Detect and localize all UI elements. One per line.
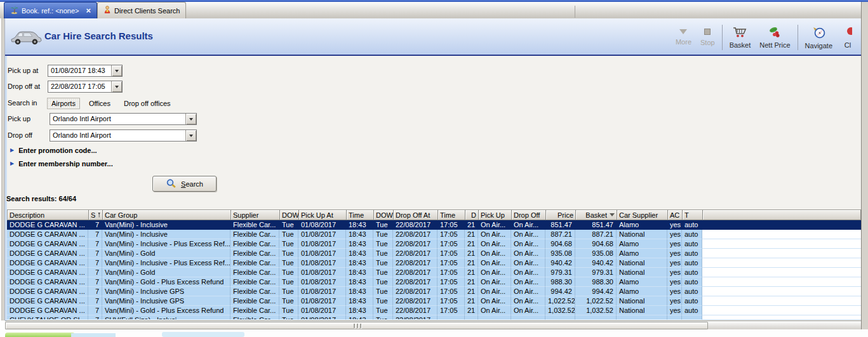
table-cell: 01/08/2017 xyxy=(298,249,346,258)
dropdown-arrow-icon[interactable] xyxy=(111,81,122,92)
column-header[interactable]: AC xyxy=(668,210,683,220)
table-cell: 18:43 xyxy=(346,220,373,230)
scrollbar-thumb[interactable] xyxy=(5,322,708,329)
column-header[interactable]: Car Supplier xyxy=(617,210,668,220)
table-row[interactable]: DODGE G CARAVAN ...7Van(Mini) - GoldFlex… xyxy=(7,249,861,258)
table-cell: auto xyxy=(682,249,702,258)
dropdown-arrow-icon[interactable] xyxy=(185,114,196,124)
search-in-dropoff-offices[interactable]: Drop off offices xyxy=(120,98,175,109)
table-row[interactable]: DODGE G CARAVAN ...7Van(Mini) - Gold - P… xyxy=(7,277,861,287)
column-header[interactable]: S xyxy=(89,210,103,220)
table-row[interactable]: DODGE G CARAVAN ...7Van(Mini) - Inclusiv… xyxy=(7,296,861,306)
table-cell: 01/08/2017 xyxy=(298,239,346,249)
dropoff-at-combobox[interactable]: 22/08/2017 17:05 xyxy=(48,81,123,93)
table-cell: 18:43 xyxy=(346,287,373,296)
pickup-row: Pick up Orlando Intl Airport xyxy=(5,113,861,125)
column-header[interactable]: Time xyxy=(438,210,465,220)
column-header[interactable]: D xyxy=(465,210,479,220)
palm-tree-icon xyxy=(10,6,18,15)
table-cell: Alamo xyxy=(617,287,667,296)
close-tab-icon[interactable]: × xyxy=(86,6,91,15)
clipped-toolbar-button[interactable]: Cl xyxy=(837,25,858,50)
table-cell xyxy=(702,277,861,287)
dropoff-combobox[interactable]: Orlando Intl Airport xyxy=(50,129,197,142)
dropdown-arrow-icon[interactable] xyxy=(111,65,122,76)
column-header[interactable]: DOW xyxy=(374,210,394,220)
table-cell: On Air... xyxy=(511,296,545,306)
table-cell: auto xyxy=(682,258,702,268)
column-header[interactable]: Drop Off xyxy=(512,210,546,220)
stop-button[interactable]: Stop xyxy=(696,27,719,48)
nett-price-icon xyxy=(768,26,782,39)
column-header[interactable]: T xyxy=(683,210,703,220)
table-cell: On Air... xyxy=(511,230,545,239)
table-cell: 17:05 xyxy=(437,258,465,268)
column-header[interactable]: Time xyxy=(347,210,374,220)
window-right-border xyxy=(861,2,868,329)
navigate-button[interactable]: Navigate xyxy=(801,25,837,51)
table-cell: Flexible Car... xyxy=(230,258,279,268)
table-cell xyxy=(511,315,545,320)
column-header[interactable]: Supplier xyxy=(231,210,280,220)
basket-button[interactable]: Basket xyxy=(725,25,756,50)
nett-price-button[interactable]: Nett Price xyxy=(755,25,794,50)
table-cell: Van(Mini) - Gold - Plus Excess Refund xyxy=(102,306,230,315)
column-header[interactable] xyxy=(703,210,861,220)
table-row[interactable]: DODGE G CARAVAN ...7Van(Mini) - GoldFlex… xyxy=(7,268,861,277)
table-cell: 21 xyxy=(465,239,478,249)
table-cell xyxy=(702,268,861,277)
table-row[interactable]: CHEVY TAHOE OR SI...7SUV(Full Size) - In… xyxy=(7,315,861,320)
table-cell xyxy=(702,249,861,258)
table-row[interactable]: DODGE G CARAVAN ...7Van(Mini) - Inclusiv… xyxy=(7,220,861,230)
tab-direct-clients-search[interactable]: Direct Clients Search xyxy=(97,2,186,18)
table-cell: 887.21 xyxy=(545,230,575,239)
pickup-at-combobox[interactable]: 01/08/2017 18:43 xyxy=(48,65,123,77)
dropoff-at-row: Drop off at 22/08/2017 17:05 xyxy=(5,81,861,93)
table-row[interactable]: DODGE G CARAVAN ...7Van(Mini) - Inclusiv… xyxy=(7,230,861,239)
table-cell: 01/08/2017 xyxy=(298,220,346,230)
table-cell: 21 xyxy=(465,277,478,287)
table-row[interactable]: DODGE G CARAVAN ...7Van(Mini) - Inclusiv… xyxy=(7,258,861,268)
column-header[interactable]: Description xyxy=(8,210,89,220)
pickup-combobox[interactable]: Orlando Intl Airport xyxy=(50,113,197,125)
dropoff-at-label: Drop off at xyxy=(8,83,40,90)
table-cell: 21 xyxy=(465,258,478,268)
table-cell: Flexible Car... xyxy=(230,315,279,320)
table-cell: Alamo xyxy=(617,220,667,230)
table-cell: Flexible Car... xyxy=(230,268,279,277)
column-header[interactable]: Price xyxy=(546,210,576,220)
horizontal-scrollbar[interactable] xyxy=(5,320,861,329)
table-row[interactable]: DODGE G CARAVAN ...7Van(Mini) - Gold - P… xyxy=(7,306,861,315)
desktop-sliver xyxy=(0,329,868,337)
membership-number-expander[interactable]: ▶ Enter membership number... xyxy=(10,159,113,168)
column-header[interactable]: Pick Up At xyxy=(299,210,347,220)
search-button[interactable]: Search xyxy=(152,176,217,192)
dropdown-arrow-icon[interactable] xyxy=(185,130,196,141)
search-in-offices[interactable]: Offices xyxy=(85,98,114,109)
tab-booking-ref[interactable]: Book. ref.: <none> × xyxy=(4,2,97,18)
table-cell: 18:43 xyxy=(346,230,373,239)
table-row[interactable]: DODGE G CARAVAN ...7Van(Mini) - Inclusiv… xyxy=(7,287,861,296)
table-cell: 21 xyxy=(465,268,478,277)
magnifier-icon xyxy=(166,178,177,190)
table-cell: 18:43 xyxy=(346,268,373,277)
column-header[interactable]: Pick Up xyxy=(479,210,512,220)
table-cell: 7 xyxy=(88,268,102,277)
page-header: Car Hire Search Results More Stop xyxy=(5,18,861,56)
column-header[interactable]: Drop Off At xyxy=(394,210,438,220)
search-in-airports[interactable]: Airports xyxy=(48,98,79,109)
table-row[interactable]: DODGE G CARAVAN ...7Van(Mini) - Inclusiv… xyxy=(7,239,861,249)
table-cell: Tue xyxy=(279,239,298,249)
column-header[interactable]: DOW xyxy=(280,210,299,220)
table-cell: 22/08/2017 xyxy=(393,296,437,306)
column-header[interactable]: Car Group xyxy=(103,210,231,220)
column-header[interactable]: Basket xyxy=(576,210,617,220)
table-cell: 935.08 xyxy=(545,249,575,258)
table-cell: DODGE G CARAVAN ... xyxy=(7,277,88,287)
more-button[interactable]: More xyxy=(671,28,696,47)
promotion-code-expander[interactable]: ▶ Enter promotion code... xyxy=(10,146,97,155)
table-cell: 7 xyxy=(88,306,102,315)
table-cell: 01/08/2017 xyxy=(298,230,346,239)
table-cell: National xyxy=(617,268,667,277)
table-cell: 7 xyxy=(88,258,102,268)
